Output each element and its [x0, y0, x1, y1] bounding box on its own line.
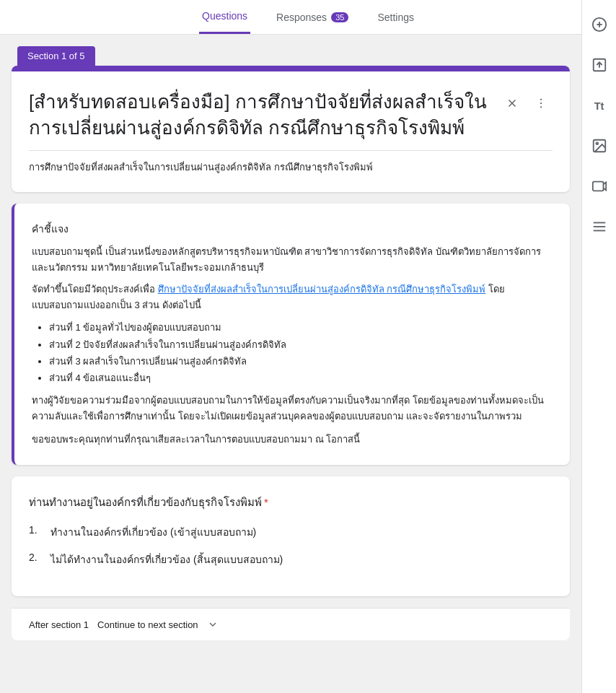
footer-bar: After section 1 Continue to next section [12, 608, 570, 640]
svg-point-16 [540, 106, 542, 108]
responses-badge: 35 [331, 12, 348, 22]
option-text-2: ไม่ได้ทำงานในองค์กรที่เกี่ยวข้อง (สิ้นสุ… [50, 552, 283, 567]
tab-settings[interactable]: Settings [374, 1, 417, 33]
option-num-2: 2. [29, 552, 43, 563]
required-star: * [264, 496, 268, 508]
option-text-1: ทำงานในองค์กรที่เกี่ยวข้อง (เข้าสู่แบบสอ… [50, 524, 256, 540]
section-icon[interactable] [586, 214, 612, 240]
top-navigation: Questions Responses 35 Settings [0, 0, 616, 35]
option-list: 1. ทำงานในองค์กรที่เกี่ยวข้อง (เข้าสู่แบ… [29, 524, 553, 567]
info-link[interactable]: ศึกษาปัจจัยที่ส่งผลสำเร็จในการเปลี่ยนผ่า… [158, 284, 486, 295]
title-icons [501, 92, 553, 115]
list-item: ส่วนที่ 4 ข้อเสนอแนะอื่นๆ [49, 370, 553, 386]
footer-prefix: After section 1 [29, 619, 89, 630]
text-format-icon[interactable]: Tt [586, 92, 612, 118]
svg-point-15 [540, 103, 542, 104]
section-badge: Section 1 of 5 [17, 46, 95, 66]
list-item: ส่วนที่ 2 ปัจจัยที่ส่งผลสำเร็จในการเปลี่… [49, 336, 553, 353]
svg-rect-8 [592, 182, 603, 191]
form-title-card: [สำหรับทดสอบเครื่องมือ] การศึกษาปัจจัยที… [12, 66, 570, 192]
image-icon[interactable] [586, 133, 612, 159]
svg-text:Tt: Tt [594, 100, 604, 112]
info-para-3: ทางผู้วิจัยขอความร่วมมือจากผู้ตอบแบบสอบถ… [32, 393, 553, 424]
info-para-2-prefix: จัดทำขึ้นโดยมีวัตถุประสงค์เพื่อ [32, 284, 158, 295]
list-item: ส่วนที่ 1 ข้อมูลทั่วไปของผู้ตอบแบบสอบถาม [49, 319, 553, 336]
import-icon[interactable] [586, 52, 612, 78]
info-para-1: แบบสอบถามชุดนี้ เป็นส่วนหนึ่งของหลักสูตร… [32, 244, 553, 276]
form-description: การศึกษาปัจจัยที่ส่งผลสำเร็จในการเปลี่ยน… [29, 150, 553, 175]
more-options-icon[interactable] [529, 92, 553, 115]
info-body: แบบสอบถามชุดนี้ เป็นส่วนหนึ่งของหลักสูตร… [32, 244, 553, 448]
info-para-2: จัดทำขึ้นโดยมีวัตถุประสงค์เพื่อ ศึกษาปัจ… [32, 282, 553, 313]
question-card: ท่านทำงานอยู่ในองค์กรที่เกี่ยวข้องกับธุร… [12, 476, 570, 596]
tab-responses[interactable]: Responses 35 [273, 1, 351, 33]
option-num-1: 1. [29, 524, 43, 536]
chevron-down-icon [207, 619, 219, 630]
option-item-2: 2. ไม่ได้ทำงานในองค์กรที่เกี่ยวข้อง (สิ้… [29, 552, 553, 567]
form-title: [สำหรับทดสอบเครื่องมือ] การศึกษาปัจจัยที… [29, 89, 492, 141]
close-icon[interactable] [501, 92, 524, 115]
add-circle-icon[interactable] [586, 12, 612, 38]
right-toolbar: Tt [581, 0, 616, 693]
tab-questions[interactable]: Questions [199, 0, 250, 34]
main-content: Section 1 of 5 [สำหรับทดสอบเครื่องมือ] ก… [0, 35, 581, 669]
option-item-1: 1. ทำงานในองค์กรที่เกี่ยวข้อง (เข้าสู่แบ… [29, 524, 553, 540]
info-card: คำชี้แจง แบบสอบถามชุดนี้ เป็นส่วนหนึ่งขอ… [12, 204, 570, 465]
video-icon[interactable] [586, 173, 612, 199]
info-list: ส่วนที่ 1 ข้อมูลทั่วไปของผู้ตอบแบบสอบถาม… [49, 319, 553, 387]
svg-point-14 [540, 99, 542, 100]
question-label: ท่านทำงานอยู่ในองค์กรที่เกี่ยวข้องกับธุร… [29, 494, 553, 511]
title-row: [สำหรับทดสอบเครื่องมือ] การศึกษาปัจจัยที… [29, 89, 553, 141]
info-heading: คำชี้แจง [32, 221, 553, 237]
info-para-4: ขอขอบพระคุณทุกท่านที่กรุณาเสียสละเวลาในก… [32, 432, 553, 448]
list-item: ส่วนที่ 3 ผลสำเร็จในการเปลี่ยนผ่านสู่องค… [49, 353, 553, 370]
svg-point-7 [596, 142, 598, 144]
footer-action-select[interactable]: Continue to next section [97, 619, 198, 630]
